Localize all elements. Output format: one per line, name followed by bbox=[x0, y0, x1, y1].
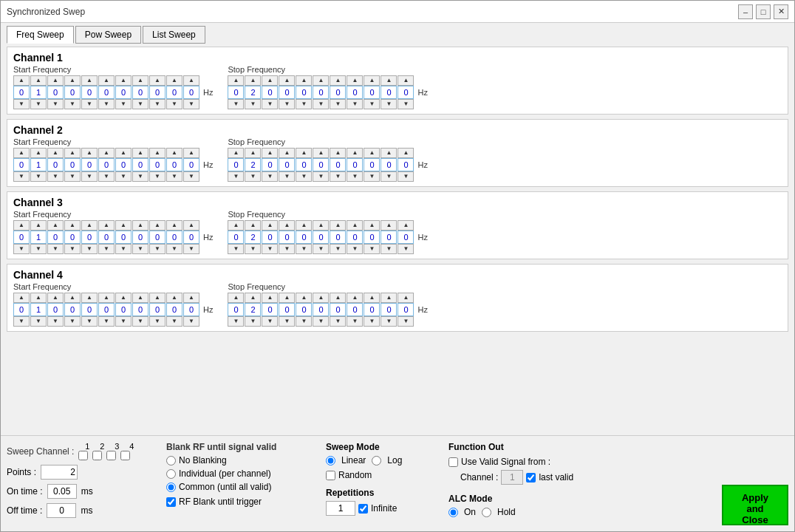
ch3-stop-digit-3[interactable] bbox=[279, 231, 295, 244]
ch4-stop-up-3[interactable]: ▲ bbox=[279, 293, 295, 303]
ch3-stop-down-7[interactable]: ▼ bbox=[347, 244, 363, 254]
ch4-stop-up-5[interactable]: ▲ bbox=[313, 293, 329, 303]
ch2-stop-up-5[interactable]: ▲ bbox=[313, 148, 329, 158]
ch3-stop-down-8[interactable]: ▼ bbox=[364, 244, 380, 254]
ch2-stop-digit-8[interactable] bbox=[364, 158, 380, 171]
ch1-stop-digit-0[interactable] bbox=[228, 86, 244, 99]
ch1-stop-digit-3[interactable] bbox=[279, 86, 295, 99]
ch1-stop-down-2[interactable]: ▼ bbox=[262, 99, 278, 109]
ch2-stop-up-4[interactable]: ▲ bbox=[296, 148, 312, 158]
ch1-stop-up-6[interactable]: ▲ bbox=[330, 75, 346, 86]
ch3-start-up-3[interactable]: ▲ bbox=[64, 220, 81, 231]
alc-on-radio[interactable] bbox=[448, 508, 458, 517]
close-button[interactable]: ✕ bbox=[774, 4, 788, 19]
ch4-stop-down-3[interactable]: ▼ bbox=[279, 316, 295, 327]
ch2-start-digit-1[interactable] bbox=[30, 158, 47, 171]
ch3-stop-digit-2[interactable] bbox=[262, 231, 278, 244]
ch2-stop-up-1[interactable]: ▲ bbox=[245, 148, 261, 158]
ch1-start-up-5[interactable]: ▲ bbox=[98, 75, 115, 86]
ch2-stop-down-1[interactable]: ▼ bbox=[245, 171, 261, 182]
ch3-start-up-7[interactable]: ▲ bbox=[132, 220, 149, 231]
ch4-start-up-8[interactable]: ▲ bbox=[149, 293, 166, 303]
ch2-start-down-3[interactable]: ▼ bbox=[64, 171, 81, 182]
ch4-start-up-0[interactable]: ▲ bbox=[13, 293, 30, 303]
ch3-stop-digit-7[interactable] bbox=[347, 231, 363, 244]
ch3-stop-down-0[interactable]: ▼ bbox=[228, 244, 244, 254]
ch4-stop-digit-7[interactable] bbox=[347, 303, 363, 316]
ch4-stop-up-0[interactable]: ▲ bbox=[228, 293, 244, 303]
ch4-start-up-5[interactable]: ▲ bbox=[98, 293, 115, 303]
ch2-start-up-10[interactable]: ▲ bbox=[183, 148, 199, 158]
ch1-stop-down-8[interactable]: ▼ bbox=[364, 99, 380, 109]
ch1-start-down-6[interactable]: ▼ bbox=[115, 99, 132, 109]
ch2-start-down-5[interactable]: ▼ bbox=[98, 171, 115, 182]
ch4-start-digit-2[interactable] bbox=[47, 303, 64, 316]
ch2-stop-digit-1[interactable] bbox=[245, 158, 261, 171]
ch1-stop-down-9[interactable]: ▼ bbox=[381, 99, 397, 109]
ch1-start-digit-6[interactable] bbox=[115, 86, 132, 99]
ch4-stop-down-8[interactable]: ▼ bbox=[364, 316, 380, 327]
ch2-start-down-0[interactable]: ▼ bbox=[13, 171, 30, 182]
ch4-start-up-10[interactable]: ▲ bbox=[183, 293, 199, 303]
ch2-stop-digit-3[interactable] bbox=[279, 158, 295, 171]
ch3-stop-up-9[interactable]: ▲ bbox=[381, 220, 397, 231]
ch2-start-down-4[interactable]: ▼ bbox=[81, 171, 98, 182]
ch2-stop-digit-2[interactable] bbox=[262, 158, 278, 171]
ch4-start-up-1[interactable]: ▲ bbox=[30, 293, 47, 303]
ch1-stop-digit-9[interactable] bbox=[381, 86, 397, 99]
minimize-button[interactable]: – bbox=[738, 4, 753, 19]
ch1-stop-up-8[interactable]: ▲ bbox=[364, 75, 380, 86]
ch3-stop-down-6[interactable]: ▼ bbox=[330, 244, 346, 254]
ch1-stop-digit-6[interactable] bbox=[330, 86, 346, 99]
ch1-start-digit-5[interactable] bbox=[98, 86, 115, 99]
ch1-start-up-7[interactable]: ▲ bbox=[132, 75, 149, 86]
ch4-stop-digit-9[interactable] bbox=[381, 303, 397, 316]
ch3-stop-digit-4[interactable] bbox=[296, 231, 312, 244]
ch4-stop-down-7[interactable]: ▼ bbox=[347, 316, 363, 327]
ch4-stop-down-2[interactable]: ▼ bbox=[262, 316, 278, 327]
ch3-stop-up-5[interactable]: ▲ bbox=[313, 220, 329, 231]
ch3-start-digit-10[interactable] bbox=[183, 231, 199, 244]
ch1-stop-down-1[interactable]: ▼ bbox=[245, 99, 261, 109]
ch3-start-up-5[interactable]: ▲ bbox=[98, 220, 115, 231]
ontime-input[interactable] bbox=[47, 484, 77, 499]
ch1-start-down-9[interactable]: ▼ bbox=[166, 99, 182, 109]
ch1-start-down-0[interactable]: ▼ bbox=[13, 99, 30, 109]
ch4-start-digit-6[interactable] bbox=[115, 303, 132, 316]
ch4-start-down-9[interactable]: ▼ bbox=[166, 316, 182, 327]
ch1-stop-digit-4[interactable] bbox=[296, 86, 312, 99]
ch4-start-digit-3[interactable] bbox=[64, 303, 81, 316]
ch2-start-digit-3[interactable] bbox=[64, 158, 81, 171]
ch2-stop-digit-10[interactable] bbox=[398, 158, 414, 171]
ch3-start-up-9[interactable]: ▲ bbox=[166, 220, 182, 231]
ch3-start-up-4[interactable]: ▲ bbox=[81, 220, 98, 231]
ch3-start-digit-0[interactable] bbox=[13, 231, 30, 244]
offtime-input[interactable] bbox=[47, 503, 76, 518]
ch4-start-digit-7[interactable] bbox=[132, 303, 149, 316]
ch1-start-down-1[interactable]: ▼ bbox=[30, 99, 47, 109]
ch3-start-down-2[interactable]: ▼ bbox=[47, 244, 64, 254]
ch1-stop-up-7[interactable]: ▲ bbox=[347, 75, 363, 86]
ch2-stop-digit-5[interactable] bbox=[313, 158, 329, 171]
ch2-stop-digit-9[interactable] bbox=[381, 158, 397, 171]
ch2-start-digit-2[interactable] bbox=[47, 158, 64, 171]
ch2-start-down-9[interactable]: ▼ bbox=[166, 171, 182, 182]
tab-list-sweep[interactable]: List Sweep bbox=[143, 26, 205, 44]
ch3-stop-digit-9[interactable] bbox=[381, 231, 397, 244]
ch4-start-up-4[interactable]: ▲ bbox=[81, 293, 98, 303]
ch3-start-down-5[interactable]: ▼ bbox=[98, 244, 115, 254]
ch4-stop-up-9[interactable]: ▲ bbox=[381, 293, 397, 303]
ch3-stop-digit-1[interactable] bbox=[245, 231, 261, 244]
ch2-checkbox[interactable] bbox=[92, 451, 102, 460]
ch4-start-up-9[interactable]: ▲ bbox=[166, 293, 182, 303]
ch1-start-digit-2[interactable] bbox=[47, 86, 64, 99]
ch4-start-digit-4[interactable] bbox=[81, 303, 98, 316]
ch3-stop-up-6[interactable]: ▲ bbox=[330, 220, 346, 231]
ch4-start-digit-8[interactable] bbox=[149, 303, 166, 316]
ch4-stop-up-10[interactable]: ▲ bbox=[398, 293, 414, 303]
ch1-start-up-3[interactable]: ▲ bbox=[64, 75, 81, 86]
ch2-stop-down-7[interactable]: ▼ bbox=[347, 171, 363, 182]
ch1-start-down-8[interactable]: ▼ bbox=[149, 99, 166, 109]
ch3-start-down-8[interactable]: ▼ bbox=[149, 244, 166, 254]
ch1-stop-up-4[interactable]: ▲ bbox=[296, 75, 312, 86]
